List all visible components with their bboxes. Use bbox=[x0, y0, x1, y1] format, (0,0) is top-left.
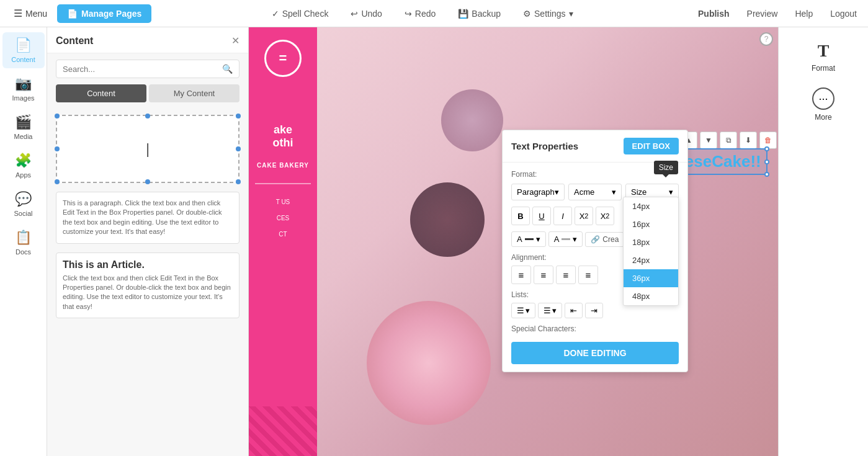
unordered-list-button[interactable]: ☰ ▾ bbox=[511, 303, 535, 318]
search-icon: 🔍 bbox=[222, 64, 233, 74]
anchor-bc bbox=[145, 179, 150, 184]
more-icon: ··· bbox=[812, 87, 834, 110]
panel-close-button[interactable]: ✕ bbox=[231, 35, 239, 47]
panel-header: Content ✕ bbox=[47, 27, 248, 53]
sidebar-item-apps[interactable]: 🧩 Apps bbox=[2, 148, 45, 184]
article-text: Click the text box and then click Edit T… bbox=[63, 274, 233, 312]
undo-button[interactable]: ↩ Undo bbox=[346, 6, 387, 22]
ordered-list-button[interactable]: ☰ ▾ bbox=[538, 303, 562, 318]
create-link-label: Crea bbox=[602, 235, 619, 244]
done-editing-button[interactable]: DONE EDITING bbox=[511, 342, 679, 364]
paragraph-select[interactable]: Paragraph ▾ bbox=[511, 184, 565, 200]
anchor-tl bbox=[55, 114, 60, 118]
text-cursor-symbol: | bbox=[146, 140, 150, 158]
indent-increase-button[interactable]: ⇥ bbox=[585, 303, 603, 318]
flower-decoration-big bbox=[367, 301, 491, 425]
main-area: 📄 Content 📷 Images 🎬 Media 🧩 Apps 💬 Soci… bbox=[0, 27, 868, 456]
size-option-48[interactable]: 48px bbox=[624, 287, 678, 305]
bg-color-icon: A bbox=[554, 235, 560, 244]
spell-check-button[interactable]: ✓ Spell Check bbox=[267, 6, 334, 22]
text-props-title: Text Properties bbox=[511, 141, 578, 151]
right-panel-more-label: More bbox=[815, 113, 831, 122]
panel-content: | This is a paragraph. Click the text bo… bbox=[47, 109, 248, 456]
menu-button[interactable]: ☰ Menu bbox=[6, 4, 55, 23]
text-properties-panel: Text Properties EDIT BOX Format: Paragra… bbox=[502, 130, 688, 372]
settings-button[interactable]: ⚙ Settings ▾ bbox=[518, 6, 578, 22]
sidebar-item-docs-label: Docs bbox=[16, 248, 31, 256]
canvas-area[interactable]: = akeothi CAKE BAKERY T US CES CT ▲ ▼ ⧉ bbox=[249, 27, 778, 456]
subscript-button[interactable]: X2 bbox=[575, 207, 593, 225]
create-link-button[interactable]: 🔗 Crea bbox=[585, 232, 624, 247]
backup-label: Backup bbox=[472, 9, 501, 19]
spell-check-icon: ✓ bbox=[272, 9, 279, 19]
align-right-button[interactable]: ≡ bbox=[556, 266, 576, 284]
link-icon: 🔗 bbox=[591, 235, 600, 244]
menu-item-1: T US bbox=[255, 199, 311, 205]
align-center-button[interactable]: ≡ bbox=[534, 266, 553, 284]
size-option-18[interactable]: 18px bbox=[624, 233, 678, 251]
publish-button[interactable]: Publish bbox=[693, 6, 735, 22]
right-panel: T Format ··· More bbox=[778, 27, 868, 456]
canvas-bakery-label: CAKE BAKERY bbox=[255, 162, 311, 169]
apps-icon: 🧩 bbox=[15, 153, 32, 169]
indent-decrease-button[interactable]: ⇤ bbox=[565, 303, 583, 318]
redo-button[interactable]: ↪ Redo bbox=[400, 6, 441, 22]
docs-icon: 📋 bbox=[15, 230, 32, 246]
manage-pages-label: Manage Pages bbox=[81, 9, 141, 19]
move-down-button[interactable]: ▼ bbox=[700, 132, 717, 149]
bold-button[interactable]: B bbox=[511, 207, 530, 225]
sidebar-item-media[interactable]: 🎬 Media bbox=[2, 109, 45, 145]
bg-color-button[interactable]: A ▾ bbox=[548, 231, 583, 247]
backup-button[interactable]: 💾 Backup bbox=[453, 6, 506, 22]
right-panel-format[interactable]: T Format bbox=[779, 36, 868, 78]
tab-my-content[interactable]: My Content bbox=[149, 84, 239, 102]
flower-decoration-small bbox=[441, 89, 503, 151]
handle-tr[interactable] bbox=[764, 146, 769, 151]
anchor-br bbox=[236, 179, 241, 184]
preview-button[interactable]: Preview bbox=[742, 6, 783, 22]
handle-mr[interactable] bbox=[764, 159, 769, 164]
italic-button[interactable]: I bbox=[553, 207, 572, 225]
divider bbox=[255, 183, 311, 184]
handle-br[interactable] bbox=[764, 172, 769, 177]
superscript-button[interactable]: X2 bbox=[596, 207, 614, 225]
anchor-mr bbox=[236, 146, 241, 151]
bg-color-chevron-icon: ▾ bbox=[573, 235, 577, 244]
text-color-button[interactable]: A ▾ bbox=[511, 231, 546, 247]
size-option-36[interactable]: 36px bbox=[624, 269, 678, 287]
content-panel: Content ✕ 🔍 Content My Content | bbox=[47, 27, 249, 456]
sidebar-item-content[interactable]: 📄 Content bbox=[2, 32, 45, 68]
nav-right: Publish Preview Help Logout bbox=[693, 6, 862, 22]
help-button[interactable]: Help bbox=[790, 6, 818, 22]
canvas-menu-bar: = akeothi CAKE BAKERY T US CES CT bbox=[249, 27, 317, 250]
anchor-tr bbox=[236, 114, 241, 118]
size-option-14[interactable]: 14px bbox=[624, 197, 678, 215]
text-cursor-content-item[interactable]: | bbox=[56, 115, 239, 183]
content-icon: 📄 bbox=[15, 37, 32, 53]
size-option-text: Size bbox=[631, 187, 647, 197]
search-input[interactable] bbox=[63, 65, 218, 74]
logout-button[interactable]: Logout bbox=[825, 6, 862, 22]
help-icon[interactable]: ? bbox=[759, 32, 773, 46]
download-button[interactable]: ⬇ bbox=[740, 132, 757, 149]
size-option-24[interactable]: 24px bbox=[624, 251, 678, 269]
underline-button[interactable]: U bbox=[532, 207, 551, 225]
manage-pages-button[interactable]: 📄 Manage Pages bbox=[57, 4, 151, 23]
tab-content[interactable]: Content bbox=[56, 84, 146, 102]
manage-pages-icon: 📄 bbox=[67, 9, 78, 19]
paragraph-content-item[interactable]: This is a paragraph. Click the text box … bbox=[56, 192, 239, 244]
edit-box-button[interactable]: EDIT BOX bbox=[624, 138, 679, 154]
right-panel-more[interactable]: ··· More bbox=[779, 83, 868, 127]
article-content-item[interactable]: This is an Article. Click the text box a… bbox=[56, 253, 239, 319]
duplicate-button[interactable]: ⧉ bbox=[720, 132, 737, 149]
indent-inc-icon: ⇥ bbox=[591, 306, 597, 315]
sidebar-item-docs[interactable]: 📋 Docs bbox=[2, 225, 45, 261]
size-dropdown: 14px 16px 18px 24px 36px 48px bbox=[623, 197, 679, 306]
sidebar-item-images[interactable]: 📷 Images bbox=[2, 71, 45, 107]
align-left-button[interactable]: ≡ bbox=[511, 266, 531, 284]
top-navigation: ☰ Menu 📄 Manage Pages ✓ Spell Check ↩ Un… bbox=[0, 0, 868, 27]
size-option-16[interactable]: 16px bbox=[624, 215, 678, 233]
align-justify-button[interactable]: ≡ bbox=[578, 266, 598, 284]
font-select[interactable]: Acme ▾ bbox=[568, 184, 622, 200]
sidebar-item-social[interactable]: 💬 Social bbox=[2, 186, 45, 222]
